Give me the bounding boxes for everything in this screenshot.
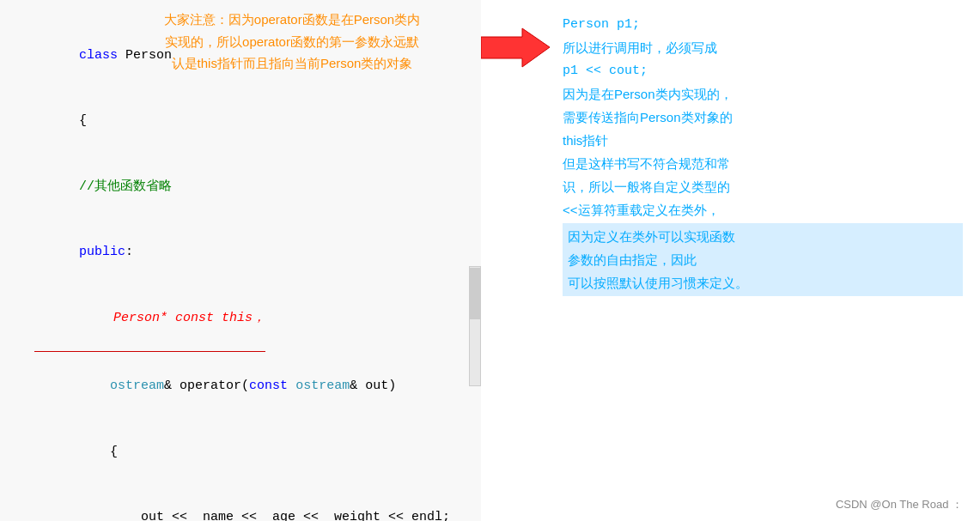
kw-class: class: [79, 48, 118, 63]
right-text-block: Person p1; 所以进行调用时，必须写成 p1 << cout; 因为是在…: [563, 13, 963, 298]
code-line-2: {: [17, 88, 464, 154]
right-panel: Person p1; 所以进行调用时，必须写成 p1 << cout; 因为是在…: [550, 0, 980, 521]
right-line-10: 因为定义在类外可以实现函数: [568, 225, 958, 248]
code-line-4: public:: [17, 220, 464, 286]
footer-text: CSDN @On The Road ：: [836, 498, 963, 511]
annotation-text: 大家注意：因为operator函数是在Person类内实现的，所以operato…: [164, 12, 420, 70]
code-line-6: {: [17, 419, 464, 485]
right-line-9: <<运算符重载定义在类外，: [563, 198, 963, 221]
code-block: class Person { //其他函数省略 public: Person* …: [17, 22, 464, 521]
arrow-section: [481, 0, 550, 521]
right-line-12: 可以按照默认使用习惯来定义。: [568, 271, 958, 294]
right-line-2: 所以进行调用时，必须写成: [563, 36, 963, 59]
right-arrow-icon: [481, 24, 550, 71]
right-line-3: p1 << cout;: [563, 59, 963, 82]
right-line-8: 识，所以一般将自定义类型的: [563, 175, 963, 198]
scrollbar-thumb[interactable]: [470, 268, 480, 319]
right-line-11: 参数的自由指定，因此: [568, 248, 958, 271]
code-line-5: ostream& operator(const ostream& out): [17, 354, 464, 420]
right-line-6: this指针: [563, 129, 963, 152]
right-line-4: 因为是在Person类内实现的，: [563, 82, 963, 106]
svg-marker-0: [481, 28, 550, 67]
red-annotation-inline: Person* const this，: [113, 311, 265, 325]
right-line-1: Person p1;: [563, 13, 963, 36]
right-line-7: 但是这样书写不符合规范和常: [563, 152, 963, 175]
scrollbar[interactable]: [469, 266, 481, 386]
right-highlighted-block: 因为定义在类外可以实现函数 参数的自由指定，因此 可以按照默认使用习惯来定义。: [563, 223, 963, 296]
footer: CSDN @On The Road ：: [836, 497, 963, 512]
annotation-box: 大家注意：因为operator函数是在Person类内实现的，所以operato…: [159, 9, 425, 75]
code-line-7: out << _name << _age << _weight << endl;: [17, 485, 464, 522]
right-line-5: 需要传送指向Person类对象的: [563, 106, 963, 129]
code-line-red: Person* const this，: [34, 285, 265, 352]
code-panel: 大家注意：因为operator函数是在Person类内实现的，所以operato…: [0, 0, 481, 521]
main-container: 大家注意：因为operator函数是在Person类内实现的，所以operato…: [0, 0, 980, 521]
code-line-3: //其他函数省略: [17, 154, 464, 220]
